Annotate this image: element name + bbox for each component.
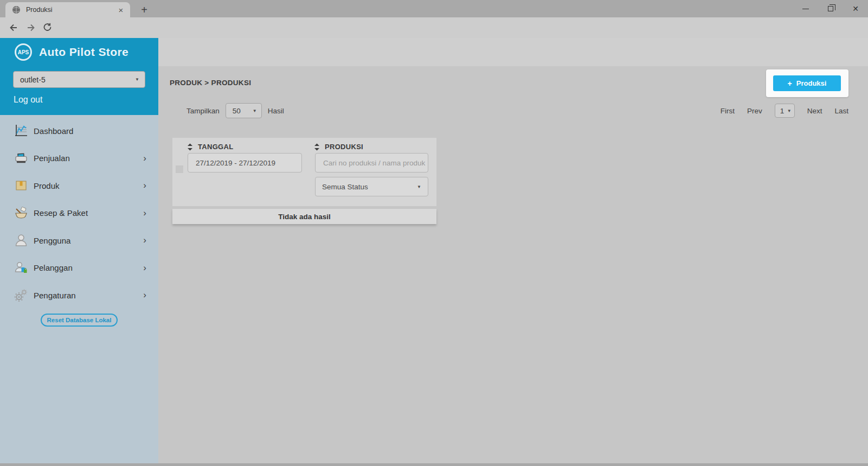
page-number-select[interactable]: 1 ▼ bbox=[775, 104, 795, 118]
restore-button[interactable] bbox=[818, 0, 843, 17]
column-header-produksi[interactable]: PRODUKSI bbox=[314, 143, 363, 151]
plus-icon: + bbox=[788, 79, 792, 88]
select-all-checkbox[interactable] bbox=[176, 165, 183, 173]
add-produksi-button[interactable]: + Produksi bbox=[773, 75, 841, 91]
brand-row: APS Auto Pilot Store bbox=[15, 43, 128, 61]
sidebar-item-penjualan[interactable]: Penjualan › bbox=[0, 145, 158, 173]
mortar-icon bbox=[14, 206, 28, 220]
chevron-right-icon: › bbox=[143, 263, 146, 273]
reload-button[interactable] bbox=[41, 21, 54, 34]
chevron-right-icon: › bbox=[143, 290, 146, 301]
customer-icon bbox=[14, 261, 28, 275]
tab-title: Produksi bbox=[26, 6, 115, 14]
sidebar-item-produk[interactable]: Produk › bbox=[0, 172, 158, 200]
gears-icon bbox=[14, 288, 28, 302]
tab-close-icon[interactable]: × bbox=[115, 4, 127, 16]
sidebar-item-label: Dashboard bbox=[34, 126, 73, 136]
sidebar-header: APS Auto Pilot Store outlet-5 ▼ Log out bbox=[0, 38, 158, 115]
pagination-next[interactable]: Next bbox=[807, 107, 822, 115]
browser-window: Produksi × + ✕ bbox=[0, 0, 868, 466]
sort-icon bbox=[187, 143, 193, 151]
package-icon bbox=[14, 178, 28, 193]
browser-tab[interactable]: Produksi × bbox=[5, 2, 130, 17]
results-label: Tampilkan bbox=[187, 107, 220, 115]
sidebar-item-resep-paket[interactable]: Resep & Paket › bbox=[0, 200, 158, 227]
page-header-band bbox=[158, 38, 868, 66]
sidebar-item-dashboard[interactable]: Dashboard bbox=[0, 117, 158, 145]
cash-register-icon bbox=[14, 151, 28, 165]
globe-favicon-icon bbox=[12, 5, 21, 14]
sidebar-item-pelanggan[interactable]: Pelanggan › bbox=[0, 254, 158, 282]
window-controls: ✕ bbox=[793, 0, 868, 17]
sidebar-item-label: Penjualan bbox=[34, 154, 70, 163]
chevron-right-icon: › bbox=[143, 180, 146, 191]
forward-arrow-icon bbox=[25, 22, 36, 33]
pagination-first[interactable]: First bbox=[721, 107, 735, 115]
outlet-select-value: outlet-5 bbox=[20, 75, 135, 84]
logout-link[interactable]: Log out bbox=[14, 95, 42, 105]
sidebar-item-label: Pelanggan bbox=[34, 263, 73, 272]
column-label: TANGGAL bbox=[198, 143, 233, 151]
tab-strip: Produksi × + ✕ bbox=[0, 0, 868, 17]
breadcrumb: PRODUK > PRODUKSI bbox=[170, 79, 251, 87]
browser-toolbar: member.autopilotstore.co.id/produksi.php… bbox=[0, 17, 868, 38]
reload-icon bbox=[42, 22, 53, 33]
minimize-icon bbox=[802, 9, 809, 9]
pagination: First Prev 1 ▼ Next Last bbox=[721, 103, 848, 118]
sort-icon bbox=[314, 143, 320, 151]
caret-down-icon: ▼ bbox=[417, 184, 421, 189]
new-tab-button[interactable]: + bbox=[137, 2, 152, 17]
main-content: PRODUK > PRODUKSI + Produksi Tampilkan 5… bbox=[158, 38, 868, 466]
empty-results-message: Tidak ada hasil bbox=[172, 209, 436, 224]
sidebar-item-label: Produk bbox=[34, 181, 60, 190]
results-per-page-row: Tampilkan 50 ▼ Hasil bbox=[187, 103, 284, 118]
date-range-input[interactable] bbox=[188, 153, 302, 173]
pagination-last[interactable]: Last bbox=[834, 107, 848, 115]
sidebar-item-label: Pengguna bbox=[34, 236, 70, 245]
restore-icon bbox=[828, 6, 833, 11]
caret-down-icon: ▼ bbox=[787, 108, 792, 113]
add-produksi-label: Produksi bbox=[796, 79, 827, 87]
forward-button[interactable] bbox=[24, 21, 37, 34]
chevron-right-icon: › bbox=[143, 208, 146, 219]
minimize-button[interactable] bbox=[793, 0, 818, 17]
column-label: PRODUKSI bbox=[325, 143, 363, 151]
produksi-search-input[interactable] bbox=[315, 153, 428, 173]
caret-down-icon: ▼ bbox=[135, 77, 139, 82]
sidebar-item-label: Pengaturan bbox=[34, 291, 76, 300]
back-button[interactable] bbox=[7, 21, 20, 34]
status-select-value: Semua Status bbox=[322, 183, 417, 191]
page-number-value: 1 bbox=[780, 107, 787, 115]
tour-highlight-box: + Produksi bbox=[766, 69, 848, 97]
chevron-right-icon: › bbox=[143, 235, 146, 246]
results-suffix: Hasil bbox=[268, 107, 284, 115]
brand-name: Auto Pilot Store bbox=[39, 46, 128, 59]
sidebar-item-pengguna[interactable]: Pengguna › bbox=[0, 227, 158, 254]
reset-database-button[interactable]: Reset Database Lokal bbox=[41, 314, 118, 327]
sidebar-item-label: Resep & Paket bbox=[34, 208, 88, 218]
pagination-prev[interactable]: Prev bbox=[747, 107, 762, 115]
results-count-select[interactable]: 50 ▼ bbox=[226, 103, 262, 118]
user-icon bbox=[14, 233, 28, 247]
window-bottom-edge bbox=[0, 463, 868, 466]
sidebar-menu: Dashboard Penjualan › bbox=[0, 117, 158, 309]
chart-icon bbox=[14, 124, 28, 138]
filter-panel: TANGGAL PRODUKSI Semua Status ▼ bbox=[172, 138, 436, 206]
chevron-right-icon: › bbox=[143, 153, 146, 164]
aps-logo-icon: APS bbox=[15, 43, 32, 61]
sidebar: APS Auto Pilot Store outlet-5 ▼ Log out bbox=[0, 38, 158, 466]
back-arrow-icon bbox=[8, 22, 19, 33]
caret-down-icon: ▼ bbox=[253, 108, 257, 113]
status-select[interactable]: Semua Status ▼ bbox=[315, 177, 428, 196]
close-button[interactable]: ✕ bbox=[843, 0, 868, 17]
column-header-tanggal[interactable]: TANGGAL bbox=[187, 143, 233, 151]
outlet-select[interactable]: outlet-5 ▼ bbox=[13, 71, 145, 88]
results-count-value: 50 bbox=[233, 107, 253, 115]
sidebar-item-pengaturan[interactable]: Pengaturan › bbox=[0, 282, 158, 309]
